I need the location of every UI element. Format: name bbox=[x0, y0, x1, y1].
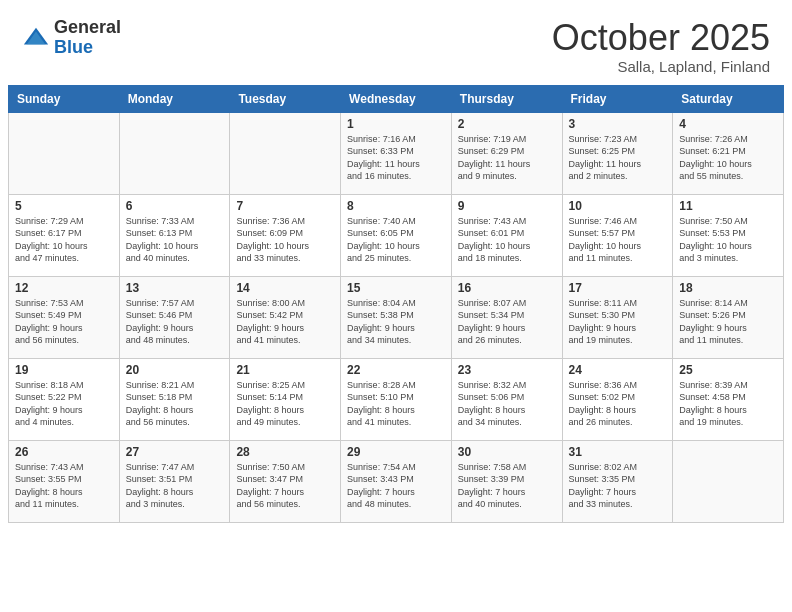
calendar-cell: 4Sunrise: 7:26 AM Sunset: 6:21 PM Daylig… bbox=[673, 112, 784, 194]
calendar-cell: 6Sunrise: 7:33 AM Sunset: 6:13 PM Daylig… bbox=[119, 194, 230, 276]
calendar-cell: 12Sunrise: 7:53 AM Sunset: 5:49 PM Dayli… bbox=[9, 276, 120, 358]
calendar-cell: 2Sunrise: 7:19 AM Sunset: 6:29 PM Daylig… bbox=[451, 112, 562, 194]
day-number: 17 bbox=[569, 281, 667, 295]
day-number: 26 bbox=[15, 445, 113, 459]
day-number: 16 bbox=[458, 281, 556, 295]
week-row-2: 5Sunrise: 7:29 AM Sunset: 6:17 PM Daylig… bbox=[9, 194, 784, 276]
day-number: 14 bbox=[236, 281, 334, 295]
page: General Blue October 2025 Salla, Lapland… bbox=[0, 0, 792, 612]
calendar-cell: 18Sunrise: 8:14 AM Sunset: 5:26 PM Dayli… bbox=[673, 276, 784, 358]
day-info: Sunrise: 7:54 AM Sunset: 3:43 PM Dayligh… bbox=[347, 461, 445, 511]
day-info: Sunrise: 8:39 AM Sunset: 4:58 PM Dayligh… bbox=[679, 379, 777, 429]
day-number: 3 bbox=[569, 117, 667, 131]
week-row-4: 19Sunrise: 8:18 AM Sunset: 5:22 PM Dayli… bbox=[9, 358, 784, 440]
calendar-cell: 15Sunrise: 8:04 AM Sunset: 5:38 PM Dayli… bbox=[341, 276, 452, 358]
day-info: Sunrise: 7:40 AM Sunset: 6:05 PM Dayligh… bbox=[347, 215, 445, 265]
calendar-cell: 26Sunrise: 7:43 AM Sunset: 3:55 PM Dayli… bbox=[9, 440, 120, 522]
location-title: Salla, Lapland, Finland bbox=[552, 58, 770, 75]
calendar-table: Sunday Monday Tuesday Wednesday Thursday… bbox=[8, 85, 784, 523]
calendar-cell: 30Sunrise: 7:58 AM Sunset: 3:39 PM Dayli… bbox=[451, 440, 562, 522]
day-info: Sunrise: 7:29 AM Sunset: 6:17 PM Dayligh… bbox=[15, 215, 113, 265]
day-header-friday: Friday bbox=[562, 85, 673, 112]
calendar-cell: 3Sunrise: 7:23 AM Sunset: 6:25 PM Daylig… bbox=[562, 112, 673, 194]
calendar-cell: 27Sunrise: 7:47 AM Sunset: 3:51 PM Dayli… bbox=[119, 440, 230, 522]
day-number: 29 bbox=[347, 445, 445, 459]
day-header-monday: Monday bbox=[119, 85, 230, 112]
day-header-wednesday: Wednesday bbox=[341, 85, 452, 112]
calendar-cell: 20Sunrise: 8:21 AM Sunset: 5:18 PM Dayli… bbox=[119, 358, 230, 440]
calendar-cell: 25Sunrise: 8:39 AM Sunset: 4:58 PM Dayli… bbox=[673, 358, 784, 440]
day-info: Sunrise: 7:47 AM Sunset: 3:51 PM Dayligh… bbox=[126, 461, 224, 511]
day-info: Sunrise: 7:57 AM Sunset: 5:46 PM Dayligh… bbox=[126, 297, 224, 347]
day-number: 12 bbox=[15, 281, 113, 295]
calendar-cell: 5Sunrise: 7:29 AM Sunset: 6:17 PM Daylig… bbox=[9, 194, 120, 276]
day-info: Sunrise: 8:02 AM Sunset: 3:35 PM Dayligh… bbox=[569, 461, 667, 511]
day-number: 24 bbox=[569, 363, 667, 377]
day-number: 1 bbox=[347, 117, 445, 131]
calendar-cell: 13Sunrise: 7:57 AM Sunset: 5:46 PM Dayli… bbox=[119, 276, 230, 358]
calendar-body: 1Sunrise: 7:16 AM Sunset: 6:33 PM Daylig… bbox=[9, 112, 784, 522]
calendar-cell: 29Sunrise: 7:54 AM Sunset: 3:43 PM Dayli… bbox=[341, 440, 452, 522]
day-header-thursday: Thursday bbox=[451, 85, 562, 112]
calendar-cell: 8Sunrise: 7:40 AM Sunset: 6:05 PM Daylig… bbox=[341, 194, 452, 276]
day-number: 7 bbox=[236, 199, 334, 213]
day-info: Sunrise: 7:43 AM Sunset: 3:55 PM Dayligh… bbox=[15, 461, 113, 511]
day-number: 22 bbox=[347, 363, 445, 377]
calendar-cell: 31Sunrise: 8:02 AM Sunset: 3:35 PM Dayli… bbox=[562, 440, 673, 522]
day-info: Sunrise: 7:53 AM Sunset: 5:49 PM Dayligh… bbox=[15, 297, 113, 347]
day-info: Sunrise: 7:23 AM Sunset: 6:25 PM Dayligh… bbox=[569, 133, 667, 183]
week-row-1: 1Sunrise: 7:16 AM Sunset: 6:33 PM Daylig… bbox=[9, 112, 784, 194]
calendar-cell: 11Sunrise: 7:50 AM Sunset: 5:53 PM Dayli… bbox=[673, 194, 784, 276]
logo-blue-text: Blue bbox=[54, 38, 121, 58]
day-info: Sunrise: 7:36 AM Sunset: 6:09 PM Dayligh… bbox=[236, 215, 334, 265]
day-header-saturday: Saturday bbox=[673, 85, 784, 112]
day-number: 18 bbox=[679, 281, 777, 295]
day-number: 13 bbox=[126, 281, 224, 295]
logo: General Blue bbox=[22, 18, 121, 58]
week-row-5: 26Sunrise: 7:43 AM Sunset: 3:55 PM Dayli… bbox=[9, 440, 784, 522]
day-info: Sunrise: 7:33 AM Sunset: 6:13 PM Dayligh… bbox=[126, 215, 224, 265]
day-number: 21 bbox=[236, 363, 334, 377]
calendar-cell bbox=[673, 440, 784, 522]
day-number: 25 bbox=[679, 363, 777, 377]
calendar-cell: 17Sunrise: 8:11 AM Sunset: 5:30 PM Dayli… bbox=[562, 276, 673, 358]
day-number: 15 bbox=[347, 281, 445, 295]
day-number: 8 bbox=[347, 199, 445, 213]
day-number: 31 bbox=[569, 445, 667, 459]
calendar-cell: 21Sunrise: 8:25 AM Sunset: 5:14 PM Dayli… bbox=[230, 358, 341, 440]
day-number: 27 bbox=[126, 445, 224, 459]
day-number: 23 bbox=[458, 363, 556, 377]
calendar-cell bbox=[9, 112, 120, 194]
day-header-tuesday: Tuesday bbox=[230, 85, 341, 112]
title-section: October 2025 Salla, Lapland, Finland bbox=[552, 18, 770, 75]
day-info: Sunrise: 7:26 AM Sunset: 6:21 PM Dayligh… bbox=[679, 133, 777, 183]
day-info: Sunrise: 8:32 AM Sunset: 5:06 PM Dayligh… bbox=[458, 379, 556, 429]
day-number: 9 bbox=[458, 199, 556, 213]
day-info: Sunrise: 8:07 AM Sunset: 5:34 PM Dayligh… bbox=[458, 297, 556, 347]
day-info: Sunrise: 7:19 AM Sunset: 6:29 PM Dayligh… bbox=[458, 133, 556, 183]
calendar-cell: 1Sunrise: 7:16 AM Sunset: 6:33 PM Daylig… bbox=[341, 112, 452, 194]
day-number: 30 bbox=[458, 445, 556, 459]
calendar-cell: 22Sunrise: 8:28 AM Sunset: 5:10 PM Dayli… bbox=[341, 358, 452, 440]
day-info: Sunrise: 7:58 AM Sunset: 3:39 PM Dayligh… bbox=[458, 461, 556, 511]
day-info: Sunrise: 8:00 AM Sunset: 5:42 PM Dayligh… bbox=[236, 297, 334, 347]
calendar-cell: 14Sunrise: 8:00 AM Sunset: 5:42 PM Dayli… bbox=[230, 276, 341, 358]
calendar-cell: 23Sunrise: 8:32 AM Sunset: 5:06 PM Dayli… bbox=[451, 358, 562, 440]
calendar-cell: 7Sunrise: 7:36 AM Sunset: 6:09 PM Daylig… bbox=[230, 194, 341, 276]
day-info: Sunrise: 8:18 AM Sunset: 5:22 PM Dayligh… bbox=[15, 379, 113, 429]
day-info: Sunrise: 7:43 AM Sunset: 6:01 PM Dayligh… bbox=[458, 215, 556, 265]
days-of-week-row: Sunday Monday Tuesday Wednesday Thursday… bbox=[9, 85, 784, 112]
calendar-cell bbox=[230, 112, 341, 194]
day-number: 28 bbox=[236, 445, 334, 459]
calendar-cell: 10Sunrise: 7:46 AM Sunset: 5:57 PM Dayli… bbox=[562, 194, 673, 276]
week-row-3: 12Sunrise: 7:53 AM Sunset: 5:49 PM Dayli… bbox=[9, 276, 784, 358]
day-number: 10 bbox=[569, 199, 667, 213]
day-number: 6 bbox=[126, 199, 224, 213]
calendar-cell bbox=[119, 112, 230, 194]
day-number: 20 bbox=[126, 363, 224, 377]
day-info: Sunrise: 7:50 AM Sunset: 5:53 PM Dayligh… bbox=[679, 215, 777, 265]
day-info: Sunrise: 7:16 AM Sunset: 6:33 PM Dayligh… bbox=[347, 133, 445, 183]
day-info: Sunrise: 7:46 AM Sunset: 5:57 PM Dayligh… bbox=[569, 215, 667, 265]
calendar-cell: 9Sunrise: 7:43 AM Sunset: 6:01 PM Daylig… bbox=[451, 194, 562, 276]
day-number: 11 bbox=[679, 199, 777, 213]
